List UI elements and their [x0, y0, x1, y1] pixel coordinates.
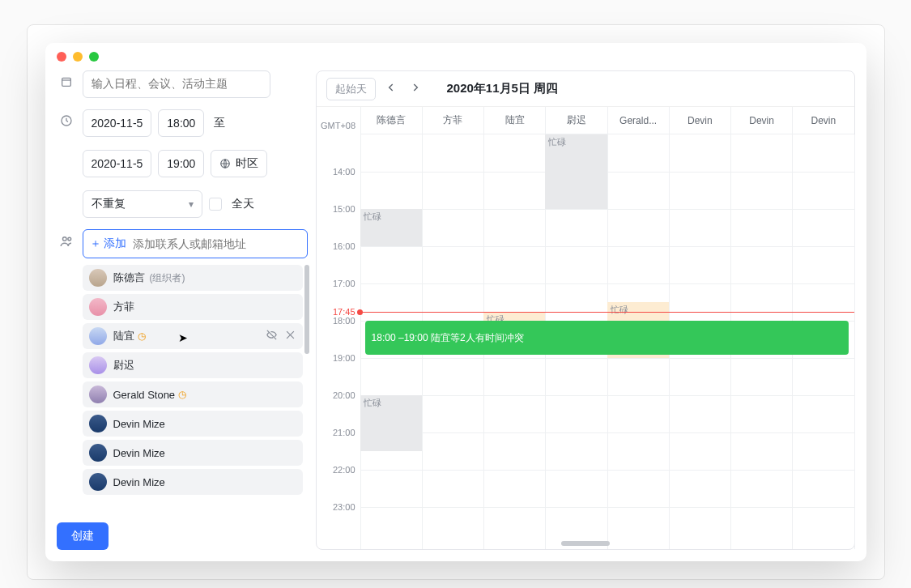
avatar — [89, 386, 107, 403]
event-title-icon — [57, 70, 76, 88]
attendee-name: 方菲 — [113, 300, 134, 314]
start-day-button[interactable]: 起始天 — [326, 78, 376, 100]
attendee-name: 陈德言(组织者) — [113, 271, 185, 285]
globe-icon — [219, 158, 231, 169]
hour-label: 17:00 — [317, 279, 355, 288]
start-date-input[interactable]: 2020-11-5 — [83, 109, 152, 137]
avatar — [89, 473, 107, 491]
organizer-tag: (组织者) — [150, 271, 185, 285]
avatar — [89, 356, 107, 374]
calendar-column-header: 陈德言 — [361, 107, 422, 134]
attendee-input-wrap[interactable]: ＋ 添加 — [83, 229, 308, 258]
close-icon[interactable] — [57, 52, 66, 62]
attendee-item[interactable]: 尉迟 — [83, 352, 303, 378]
avatar — [89, 298, 107, 316]
hour-label: 18:00 — [317, 316, 355, 326]
svg-point-4 — [67, 237, 70, 241]
chevron-down-icon: ▾ — [189, 198, 194, 210]
attendee-item[interactable]: 陆宜◷➤ — [83, 323, 303, 349]
attendee-name: Gerald Stone◷ — [113, 389, 187, 401]
calendar-column-header: 方菲 — [423, 107, 483, 134]
calendar-column-header: Devin — [670, 107, 730, 134]
timezone-indicator: GMT+08 — [317, 121, 360, 130]
hour-label: 16:00 — [317, 241, 355, 251]
people-icon — [57, 229, 76, 249]
clock-icon — [57, 109, 76, 127]
calendar-date-title: 2020年11月5日 周四 — [447, 81, 559, 96]
attendee-item[interactable]: 方菲 — [83, 294, 303, 320]
now-indicator — [360, 312, 854, 313]
busy-block: 忙碌 — [545, 134, 607, 209]
cursor-icon: ➤ — [178, 331, 188, 344]
timezone-label: 时区 — [236, 156, 258, 171]
calendar-column-header: 陆宜 — [484, 107, 545, 134]
svg-point-3 — [62, 237, 66, 241]
end-date-input[interactable]: 2020-11-5 — [83, 150, 152, 177]
remove-icon[interactable] — [284, 329, 296, 343]
proposed-event[interactable]: 18:00 –19:00 陆宜等2人有时间冲突 — [365, 321, 849, 355]
attendee-item[interactable]: Gerald Stone◷ — [83, 381, 303, 407]
event-title-input[interactable] — [83, 70, 270, 98]
now-time-label: 17:45 — [317, 307, 355, 317]
create-button[interactable]: 创建 — [57, 522, 109, 550]
avatar — [89, 327, 107, 345]
attendee-name: Devin Mize — [113, 418, 165, 430]
busy-icon: ◷ — [138, 330, 146, 342]
calendar-column-header: 尉迟 — [546, 107, 607, 134]
allday-checkbox[interactable] — [209, 198, 222, 211]
allday-label: 全天 — [228, 197, 258, 211]
hour-label: 21:00 — [317, 428, 355, 437]
calendar-column-header: Devin — [731, 107, 792, 134]
attendee-name: 尉迟 — [113, 358, 134, 373]
plus-icon: ＋ — [90, 236, 101, 251]
avatar — [89, 444, 107, 462]
add-attendee-label: 添加 — [104, 236, 126, 251]
hour-label: 23:00 — [317, 502, 355, 512]
avatar — [89, 269, 107, 287]
attendee-name: Devin Mize — [113, 447, 165, 459]
attendee-search-input[interactable] — [133, 237, 300, 250]
end-time-input[interactable]: 19:00 — [158, 150, 204, 177]
attendee-item[interactable]: Devin Mize — [83, 411, 303, 437]
chevron-right-icon — [410, 82, 421, 93]
hour-label: 20:00 — [317, 390, 355, 400]
calendar-column-header: Gerald... — [608, 107, 669, 134]
maximize-icon[interactable] — [89, 52, 99, 62]
add-attendee-button[interactable]: ＋ 添加 — [90, 236, 126, 251]
hour-label: 19:00 — [317, 353, 355, 363]
attendee-item[interactable]: Devin Mize — [83, 469, 303, 495]
hour-label: 14:00 — [317, 167, 355, 177]
repeat-label: 不重复 — [92, 197, 126, 211]
attendee-item[interactable]: Devin Mize — [83, 440, 303, 466]
hour-label: 22:00 — [317, 465, 355, 475]
minimize-icon[interactable] — [73, 52, 83, 62]
hide-icon[interactable] — [266, 329, 278, 343]
attendee-name: Devin Mize — [113, 476, 165, 488]
attendee-name: 陆宜◷ — [113, 329, 146, 343]
to-label: 至 — [211, 116, 228, 130]
busy-block: 忙碌 — [360, 395, 422, 451]
titlebar — [45, 43, 866, 70]
svg-rect-0 — [62, 78, 70, 86]
attendee-scrollbar[interactable] — [304, 265, 309, 354]
attendee-item[interactable]: 陈德言(组织者) — [83, 265, 303, 291]
hour-label: 15:00 — [317, 204, 355, 214]
prev-day-button[interactable] — [382, 79, 400, 100]
start-time-input[interactable]: 18:00 — [158, 109, 204, 137]
timezone-button[interactable]: 时区 — [211, 150, 267, 177]
calendar-column-header: Devin — [793, 107, 854, 134]
busy-block: 忙碌 — [360, 209, 422, 246]
chevron-left-icon — [385, 82, 397, 93]
calendar-hscroll[interactable] — [561, 541, 610, 546]
app-window: 2020-11-5 18:00 至 2020-11-5 19:00 时区 — [45, 43, 866, 561]
next-day-button[interactable] — [407, 79, 424, 100]
busy-icon: ◷ — [178, 389, 186, 400]
avatar — [89, 415, 107, 432]
repeat-select[interactable]: 不重复 ▾ — [83, 190, 202, 218]
